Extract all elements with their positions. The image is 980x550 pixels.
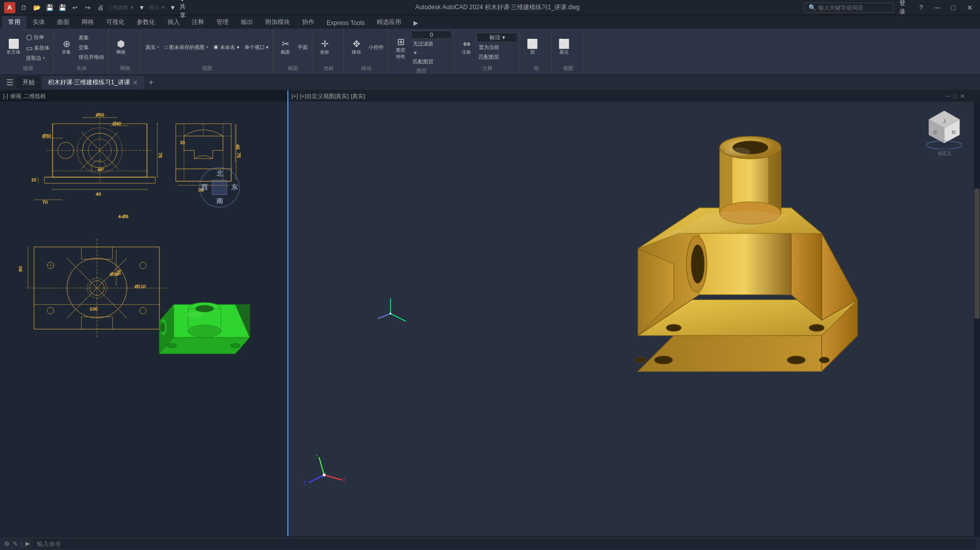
ucs-button[interactable]: ✛ 坐标 (315, 38, 334, 57)
tab-output[interactable]: 输出 (235, 16, 259, 29)
flat-shot-button[interactable]: 平面 (296, 43, 310, 52)
close-button[interactable]: ✕ (964, 3, 976, 13)
maximize-button[interactable]: □ (948, 3, 959, 13)
dim-button[interactable]: ⇔ 注标 (457, 38, 476, 57)
save-button[interactable]: 💾 (44, 2, 55, 13)
tab-parametric[interactable]: 参数化 (131, 16, 161, 29)
tab-visualize[interactable]: 可视化 (100, 16, 131, 29)
box-icon: ⬜ (8, 39, 19, 49)
base-view-button[interactable]: ⬜ 基点 (555, 38, 573, 57)
save-as-button[interactable]: 💾 (57, 2, 68, 13)
gizmo-button[interactable]: 小控件 (366, 43, 386, 52)
tab-close-button[interactable]: ✕ (133, 79, 138, 86)
new-button[interactable]: 🗋 (18, 2, 30, 13)
annotation-button[interactable]: ▼ (167, 2, 178, 13)
vp-max-button[interactable]: □ (953, 93, 957, 99)
visual-style2-button[interactable]: □ 图未保存的视图▾ (162, 43, 210, 52)
command-settings-icon[interactable]: ⚙ (4, 540, 10, 547)
layer-selector[interactable]: 0 (411, 31, 452, 39)
menu-icon[interactable]: ☰ (4, 76, 15, 89)
vp-close-button[interactable]: ✕ (960, 93, 965, 100)
tab-surface[interactable]: 曲面 (51, 16, 76, 29)
union-button[interactable]: ⊕ 并集 (57, 38, 76, 57)
viewcube-label: 自定义 (938, 150, 951, 157)
tab-start[interactable]: 开始 (16, 76, 41, 89)
dim-style-selector[interactable]: 标注 ▾ (477, 33, 518, 42)
open-button[interactable]: 📂 (31, 2, 42, 13)
tab-collab[interactable]: 协作 (296, 16, 321, 29)
add-tab-button[interactable]: ＋ (145, 75, 157, 90)
tab-solid[interactable]: 实体 (27, 16, 51, 29)
view-buttons: ⬜ 基点 (555, 31, 581, 64)
box-button[interactable]: ⬜ 长方体 (4, 38, 23, 57)
section-plane-button[interactable]: ✂ 截面 (276, 38, 295, 57)
set-current-button[interactable]: 置为当前 (477, 43, 518, 52)
layer-freeze-button[interactable]: ☀ (411, 49, 452, 57)
move-button[interactable]: ✥ 移动 (347, 38, 365, 57)
svg-text:75: 75 (158, 153, 163, 158)
tab-express[interactable]: Express Tools (321, 17, 371, 29)
viewport-scrollbar[interactable] (974, 102, 980, 536)
tab-featured[interactable]: 精选应用 (371, 16, 407, 29)
annotation-scale-button[interactable]: 匹配图层 (477, 53, 518, 62)
modeling-buttons: ⬜ 长方体 ⬡ 拉伸 ▭ 多段体 (4, 31, 52, 64)
group-layers-label: 图层 (391, 67, 452, 75)
extrude-button[interactable]: ⬡ 拉伸 (24, 32, 46, 42)
group-group-label: 组 (523, 65, 549, 73)
group-button[interactable]: ⬜ 组 (523, 38, 542, 57)
viewport-right[interactable]: [+] [+]自定义视图[真实] [真实] ─ □ ✕ 上 左 (288, 90, 980, 536)
vp-left-header-bracket[interactable]: [-] (3, 93, 8, 99)
vp-left-header-view[interactable]: 俯视 (10, 92, 21, 100)
redo-button[interactable]: ↪ (82, 2, 93, 13)
share-button[interactable]: ⬆ 共享 (180, 2, 191, 13)
group-solid: ⊕ 并集 差集 交集 按住并拖动 实体 (55, 30, 109, 74)
subtract-button[interactable]: 差集 (77, 33, 106, 42)
vp-min-button[interactable]: ─ (947, 93, 951, 99)
vp-right-header-bracket[interactable]: [+] (291, 93, 298, 99)
filter-button[interactable]: 无过滤器 (411, 39, 452, 49)
mesh-button[interactable]: ⬢ 网格 (112, 38, 130, 57)
single-viewport-button[interactable]: 单个视口 ▾ (242, 43, 271, 52)
viewcube[interactable]: 上 左 前 自定义 (924, 108, 965, 149)
vp-left-header-style[interactable]: 二维线框 (23, 92, 46, 100)
tab-drawing[interactable]: 积木好课·三维建模练习1_讲课 ✕ (42, 76, 144, 89)
tab-addons[interactable]: 附加模块 (259, 16, 296, 29)
tab-mesh[interactable]: 网格 (76, 16, 100, 29)
viewport-left[interactable]: [-] 俯视 二维线框 北 南 东 西 (0, 90, 288, 536)
search-bar[interactable]: 🔍 (804, 3, 894, 13)
tab-manage[interactable]: 管理 (210, 16, 235, 29)
command-pencil-icon[interactable]: ✎ (13, 540, 18, 547)
layer-properties-button[interactable]: ⊞ 图层特性 (391, 36, 410, 62)
group-modeling: ⬜ 长方体 ⬡ 拉伸 ▭ 多段体 (2, 30, 54, 74)
tab-insert[interactable]: 插入 (161, 16, 186, 29)
plot-button[interactable]: 🖨 (95, 2, 106, 13)
undo-button[interactable]: ↩ (69, 2, 81, 13)
workspace-button[interactable]: ▼ (136, 2, 148, 13)
svg-text:Ø40: Ø40 (112, 121, 121, 126)
group-mesh-label: 网格 (112, 65, 138, 73)
search-input[interactable] (818, 5, 890, 11)
polysolid-button[interactable]: ▭ 多段体 (24, 43, 52, 53)
scrollbar-thumb[interactable] (974, 188, 979, 319)
more-model-button[interactable]: 提取边▾ (24, 54, 47, 63)
compass-home[interactable] (212, 180, 227, 195)
visual-style-button[interactable]: 真实▾ (143, 43, 161, 52)
info-button[interactable]: ? (916, 2, 927, 13)
tab-common[interactable]: 常用 (2, 16, 27, 29)
tab-annotate[interactable]: 注释 (186, 16, 210, 29)
view-button[interactable]: ▣ 未命名 ▾ (211, 43, 241, 52)
command-input[interactable] (33, 539, 976, 549)
command-prompt-icon: ▶ (26, 540, 30, 547)
svg-text:前: 前 (951, 130, 956, 135)
app-icon[interactable]: A (4, 2, 15, 13)
vp-right-header-style[interactable]: [真实] (351, 92, 365, 100)
tab-plugin[interactable]: ▶ (407, 17, 424, 29)
intersect-button[interactable]: 交集 (77, 43, 106, 52)
vp-right-header-view[interactable]: [+]自定义视图[真实] (300, 92, 349, 100)
press-pull-button[interactable]: 按住并拖动 (77, 53, 106, 62)
minimize-button[interactable]: ─ (932, 3, 943, 13)
match-layers-button[interactable]: 匹配图层 (411, 57, 452, 66)
user-login[interactable]: 登录 (899, 2, 911, 13)
group-coords-label: 坐标 (315, 65, 341, 73)
svg-text:75: 75 (236, 153, 242, 158)
